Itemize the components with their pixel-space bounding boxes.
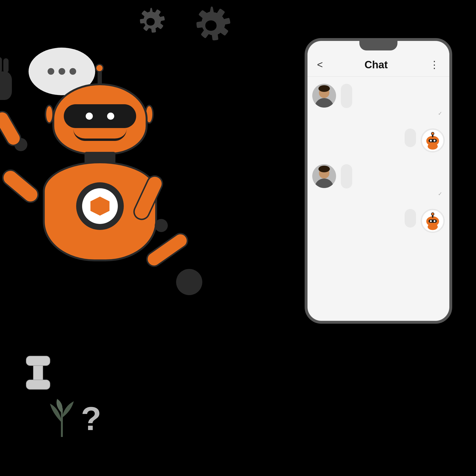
- svg-point-12: [430, 140, 432, 142]
- chat-message-1: [312, 84, 444, 108]
- plant-icon: [45, 399, 79, 438]
- svg-point-21: [431, 213, 434, 215]
- bot-avatar-1: [421, 129, 444, 152]
- smartphone: < Chat ⋮: [305, 38, 452, 324]
- robot-chest-hex: [90, 197, 109, 216]
- gear-top-right-icon: [181, 2, 252, 74]
- svg-point-6: [319, 85, 330, 92]
- robot-antenna-ball: [95, 64, 104, 72]
- robot-chest-circle: [76, 182, 124, 230]
- question-mark: ?: [81, 399, 102, 438]
- robot-eye-left: [86, 113, 93, 120]
- svg-point-15: [315, 178, 334, 188]
- svg-point-25: [428, 224, 438, 230]
- back-button[interactable]: <: [317, 59, 323, 70]
- svg-point-23: [430, 220, 432, 222]
- robot-eye-right: [107, 113, 114, 120]
- chat-message-4: [312, 209, 444, 233]
- robot-hand-right: [176, 269, 202, 295]
- robot-chest-inner: [82, 188, 118, 224]
- svg-rect-22: [429, 220, 437, 222]
- message-tick-1: ✓: [438, 110, 442, 116]
- chat-messages: ✓: [307, 77, 449, 321]
- svg-rect-2: [26, 380, 50, 389]
- robot-hand-waving: [0, 71, 12, 100]
- human-avatar-2: [312, 164, 336, 188]
- chat-bubble-2: [405, 129, 416, 147]
- smartphone-notch: [359, 41, 397, 51]
- chat-bubble-4: [405, 209, 416, 227]
- svg-point-14: [428, 143, 438, 150]
- svg-point-17: [319, 166, 330, 172]
- chat-message-3: [312, 164, 444, 188]
- svg-point-4: [315, 98, 334, 108]
- chat-message-2: [312, 129, 444, 152]
- robot-smile: [73, 129, 127, 141]
- menu-button[interactable]: ⋮: [429, 59, 440, 70]
- scene: ?: [0, 0, 476, 476]
- chat-bubble-1: [341, 84, 352, 108]
- chat-bubble-3: [341, 164, 352, 188]
- robot-visor: [64, 104, 136, 128]
- chat-header: < Chat ⋮: [307, 53, 449, 77]
- robot: [24, 62, 186, 347]
- robot-head: [52, 83, 148, 155]
- wrench-icon: [19, 351, 57, 395]
- svg-point-10: [431, 132, 434, 135]
- svg-point-13: [434, 140, 436, 142]
- svg-rect-1: [26, 356, 50, 366]
- chat-title: Chat: [364, 59, 388, 71]
- human-avatar-1: [312, 84, 336, 108]
- svg-point-24: [434, 220, 436, 222]
- message-tick-3: ✓: [438, 191, 442, 197]
- gear-top-center-icon: [129, 5, 181, 57]
- svg-rect-11: [429, 139, 437, 142]
- smartphone-screen: < Chat ⋮: [307, 41, 449, 321]
- bot-avatar-2: [421, 209, 444, 233]
